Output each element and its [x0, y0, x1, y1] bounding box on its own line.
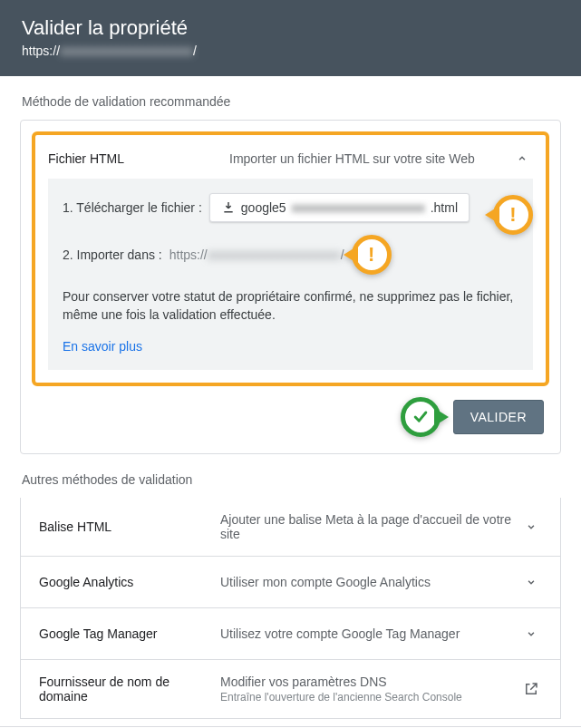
chevron-up-icon[interactable] [511, 148, 533, 170]
dialog-header: Valider la propriété https://xxxxxxxxxxx… [0, 0, 581, 76]
other-method: Balise HTML Ajouter une balise Meta à la… [20, 498, 561, 557]
other-method: Fournisseur de nom de domaine Modifier v… [20, 660, 561, 719]
learn-more-link[interactable]: En savoir plus [63, 339, 142, 354]
other-section-title: Autres méthodes de validation [0, 454, 581, 498]
step-2-url: https://xxxxxxxxxxxxxxxxxxxxx/ [169, 248, 344, 262]
step-2-label: 2. Importer dans : [63, 248, 162, 262]
callout-annotation-icon: ! [352, 235, 392, 275]
external-link-icon [520, 678, 542, 700]
step-2: 2. Importer dans : https://xxxxxxxxxxxxx… [63, 235, 518, 275]
method-desc: Importer un fichier HTML sur votre site … [229, 151, 511, 166]
chevron-down-icon [520, 623, 542, 645]
method-body: 1. Télécharger le fichier : google5xxxxx… [48, 179, 533, 370]
retention-note: Pour conserver votre statut de propriéta… [63, 287, 518, 325]
other-method: Google Tag Manager Utilisez votre compte… [20, 608, 561, 660]
chevron-down-icon [520, 571, 542, 593]
method-row-google-analytics[interactable]: Google Analytics Utiliser mon compte Goo… [21, 557, 560, 607]
callout-annotation-icon: ! [493, 195, 533, 235]
callout-success-icon [401, 397, 441, 437]
method-header[interactable]: Fichier HTML Importer un fichier HTML su… [35, 135, 546, 179]
other-method: Google Analytics Utiliser mon compte Goo… [20, 557, 561, 608]
step-1-label: 1. Télécharger le fichier : [63, 200, 202, 215]
recommended-card: Fichier HTML Importer un fichier HTML su… [20, 120, 561, 454]
validate-row: VALIDER [32, 397, 549, 437]
step-1: 1. Télécharger le fichier : google5xxxxx… [63, 193, 518, 222]
chevron-down-icon [520, 516, 542, 538]
validate-button[interactable]: VALIDER [453, 400, 544, 434]
method-row-domain-provider[interactable]: Fournisseur de nom de domaine Modifier v… [21, 660, 560, 718]
method-title: Fichier HTML [48, 151, 229, 166]
method-row-google-tag-manager[interactable]: Google Tag Manager Utilisez votre compte… [21, 608, 560, 659]
property-url: https://xxxxxxxxxxxxxxxxxxxxx/ [22, 44, 559, 58]
download-icon [221, 200, 236, 215]
method-row-balise-html[interactable]: Balise HTML Ajouter une balise Meta à la… [21, 498, 560, 556]
recommended-section-title: Méthode de validation recommandée [0, 76, 581, 120]
highlighted-method: Fichier HTML Importer un fichier HTML su… [32, 131, 549, 386]
dialog-title: Valider la propriété [22, 16, 559, 40]
download-file-button[interactable]: google5xxxxxxxxxxxxxxxxxxxxx.html [209, 193, 470, 222]
